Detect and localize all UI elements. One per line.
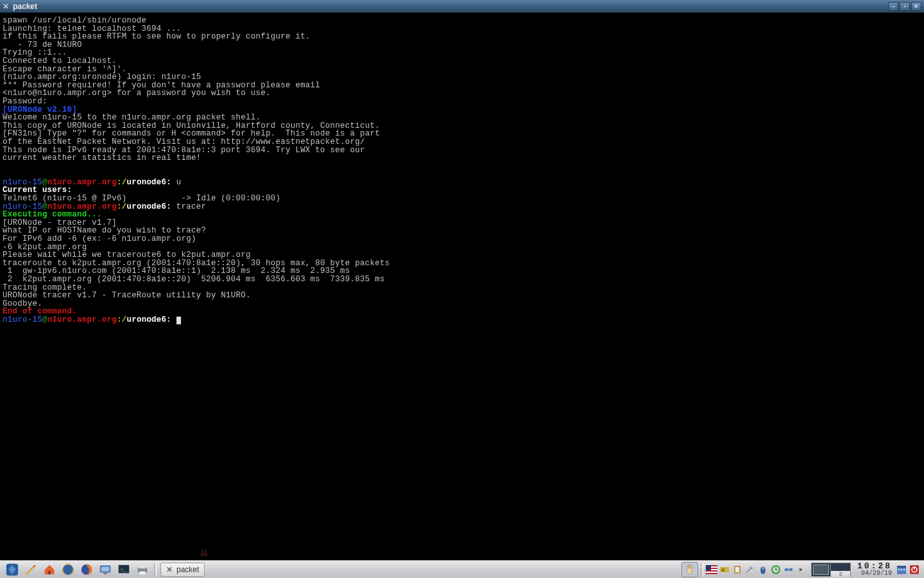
- terminal-line: Password:: [3, 98, 921, 106]
- update-icon: [771, 565, 781, 575]
- background-window-fragment: 🦊: [199, 546, 308, 560]
- svg-rect-30: [898, 569, 900, 570]
- taskbar-divider: [154, 563, 157, 577]
- terminal-text: @: [42, 315, 47, 324]
- minimize-button[interactable]: –: [888, 2, 898, 11]
- desktop-pager[interactable]: 2: [811, 563, 851, 577]
- calendar-button[interactable]: [896, 564, 907, 575]
- calendar-icon: [896, 564, 907, 575]
- wrench-icon: [745, 565, 755, 575]
- svg-rect-29: [897, 566, 906, 568]
- trinity-menu-icon: [5, 563, 19, 577]
- terminal-text: :/: [117, 315, 126, 324]
- terminal-line: Connected to localhost.: [3, 57, 921, 66]
- terminal-output[interactable]: spawn /usr/local/sbin/uronodeLaunching: …: [0, 13, 924, 560]
- pan-tool-button[interactable]: [681, 562, 698, 577]
- terminal-text: :/: [117, 178, 126, 187]
- taskbar-tasks: ✕ packet: [158, 563, 681, 577]
- arrow-icon: [798, 565, 805, 575]
- svg-rect-11: [139, 565, 145, 568]
- mouse-icon: [758, 565, 768, 575]
- terminal-line: Goodbye.: [3, 300, 921, 308]
- terminal-line: - 73 de N1URO: [3, 41, 921, 49]
- x-logo-icon: ✕: [166, 565, 173, 574]
- svg-rect-1: [48, 570, 51, 574]
- printer-launcher[interactable]: [134, 562, 151, 577]
- firefox-launcher[interactable]: [78, 562, 95, 577]
- clipboard-indicator[interactable]: [732, 564, 743, 575]
- terminal-line: Executing command...: [3, 211, 921, 219]
- locale-indicator[interactable]: [706, 564, 717, 575]
- window-title: packet: [13, 2, 888, 11]
- desktop-1[interactable]: [812, 563, 831, 576]
- svg-text:>_: >_: [121, 566, 126, 572]
- maximize-button[interactable]: ▫: [900, 2, 910, 11]
- logout-button[interactable]: [909, 564, 920, 575]
- terminal-line: if this fails please RTFM to see how to …: [3, 33, 921, 41]
- pan-hand-icon: [683, 563, 697, 577]
- terminal-line: Trying ::1...: [3, 49, 921, 57]
- desktop-2[interactable]: 2: [831, 563, 850, 576]
- svg-rect-21: [735, 567, 739, 572]
- terminal-icon: >_: [117, 563, 131, 577]
- terminal-line: n1uro-15@n1uro.ampr.org:/uronode6: trace…: [3, 203, 921, 211]
- update-indicator[interactable]: [770, 564, 782, 575]
- terminal-line: n1uro-15@n1uro.ampr.org:/uronode6:: [3, 316, 921, 324]
- terminal-line: For IPv6 add -6 (ex: -6 n1uro.ampr.org): [3, 235, 921, 243]
- taskbar-launchers: >_: [1, 562, 158, 577]
- system-launcher[interactable]: [97, 562, 114, 577]
- svg-rect-32: [903, 569, 905, 570]
- firefox-icon: 🦊: [199, 548, 209, 557]
- terminal-text: u: [176, 178, 182, 187]
- terminal-text: tracer: [176, 202, 206, 211]
- svg-rect-12: [139, 571, 145, 574]
- settings-indicator[interactable]: [744, 564, 756, 575]
- svg-rect-7: [103, 572, 107, 574]
- terminal-line: n1uro-15@n1uro.ampr.org:/uronode6: u: [3, 179, 921, 187]
- terminal-text: uronode6:: [126, 202, 176, 211]
- keyboard-indicator[interactable]: K: [719, 564, 730, 575]
- svg-rect-26: [789, 568, 792, 571]
- clock-date: 04/29/19: [861, 570, 892, 577]
- show-desktop-button[interactable]: [22, 562, 39, 577]
- svg-rect-31: [901, 569, 902, 570]
- firefox-icon: [80, 563, 94, 577]
- terminal-text: uronode6:: [126, 315, 176, 324]
- app-menu-button[interactable]: [4, 562, 21, 577]
- terminal-line: current weather statistics in real time!: [3, 154, 921, 162]
- x-logo-icon: ✕: [3, 2, 9, 11]
- svg-rect-16: [706, 572, 717, 573]
- terminal-cursor: [176, 317, 181, 324]
- konsole-launcher[interactable]: >_: [116, 562, 132, 577]
- printer-icon: [135, 563, 150, 577]
- terminal-line: URONode tracer v1.7 - TraceRoute utility…: [3, 292, 921, 300]
- terminal-line: [3, 162, 921, 171]
- terminal-text: n1uro.ampr.org: [47, 315, 117, 324]
- taskbar-tray: K 2 10:28 04/29/19: [681, 562, 923, 577]
- desktop-icon: [98, 563, 112, 577]
- clock[interactable]: 10:28 04/29/19: [857, 563, 892, 577]
- taskbar-divider: [701, 563, 703, 577]
- clock-time: 10:28: [857, 563, 892, 570]
- window-titlebar: ✕ packet – ▫ ✕: [0, 0, 924, 13]
- konqueror-launcher[interactable]: [60, 562, 76, 577]
- taskbar: >_ ✕ packet K: [0, 560, 924, 578]
- usflag-icon: [706, 565, 717, 574]
- close-button[interactable]: ✕: [911, 2, 921, 11]
- network-indicator[interactable]: [783, 564, 794, 575]
- home-icon: [42, 563, 56, 577]
- tray-expand[interactable]: [796, 564, 807, 575]
- home-launcher[interactable]: [41, 562, 58, 577]
- terminal-text: n1uro-15: [3, 315, 42, 324]
- task-label: packet: [176, 565, 199, 574]
- clipboard-icon: [732, 565, 742, 575]
- svg-rect-6: [101, 566, 110, 571]
- terminal-line: <n1uro@n1uro.ampr.org> for a password yo…: [3, 89, 921, 98]
- mouse-indicator[interactable]: [757, 564, 769, 575]
- power-icon: [909, 564, 920, 575]
- desktop-count-label: 2: [831, 571, 850, 577]
- network-icon: [783, 565, 794, 575]
- task-button-packet[interactable]: ✕ packet: [160, 563, 205, 577]
- terminal-text: current weather statistics in real time!: [3, 153, 201, 162]
- pencil-icon: [24, 563, 38, 577]
